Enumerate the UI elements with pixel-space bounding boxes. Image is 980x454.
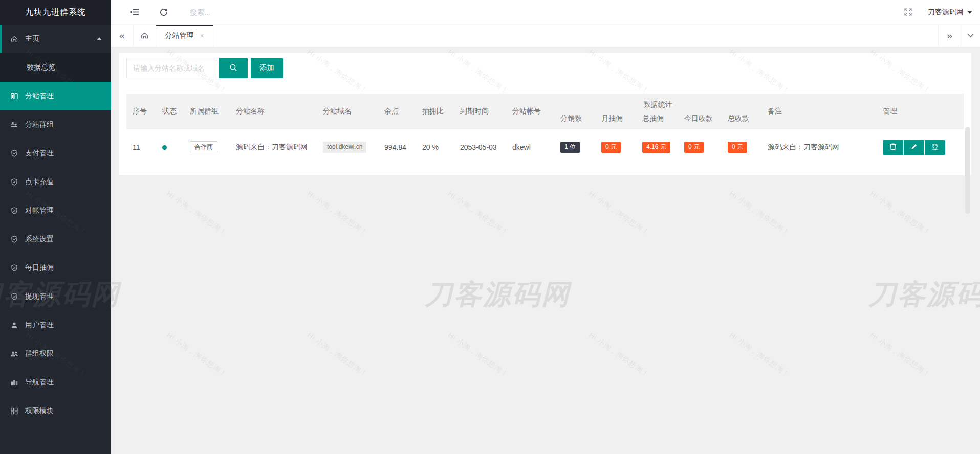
tabs-scroll-right-button[interactable]: » — [938, 25, 961, 47]
menu-fold-icon[interactable] — [128, 7, 140, 18]
sidebar-item-label: 用户管理 — [25, 321, 54, 330]
column-status: 状态 — [156, 94, 184, 129]
sidebar-item-daily-commission[interactable]: 每日抽佣 — [0, 254, 111, 282]
caret-down-icon — [967, 11, 972, 16]
cell-month-commission: 0 元 — [595, 142, 636, 153]
tab-site-management[interactable]: 分站管理 × — [156, 25, 213, 47]
stats-subheaders: 分销数 月抽佣 总抽佣 今日收款 总收款 — [554, 114, 761, 123]
search-icon — [229, 63, 238, 74]
shield-check-icon — [10, 149, 18, 157]
cell-total-income: 0 元 — [722, 142, 761, 153]
cell-expire: 2053-05-03 — [454, 143, 506, 151]
sidebar-item-site-management[interactable]: 分站管理 — [0, 82, 111, 110]
column-seq: 序号 — [126, 94, 156, 129]
user-menu[interactable]: 刀客源码网 — [928, 8, 972, 17]
pencil-icon — [911, 143, 918, 151]
sliders-icon — [10, 121, 18, 129]
search-button[interactable] — [219, 58, 248, 78]
column-group-stats: 数据统计 分销数 月抽佣 总抽佣 今日收款 总收款 — [554, 94, 761, 129]
column-today-income: 今日收款 — [678, 114, 722, 123]
tab-dropdown-button[interactable] — [961, 25, 980, 47]
site-management-card: 添加 序号 状态 所属群组 分站名称 分站域名 余点 抽拥比 到期时间 分站帐号… — [119, 53, 971, 175]
cell-manage: 登 — [877, 140, 964, 155]
shield-check-icon — [10, 292, 18, 301]
sidebar-item-label: 数据总览 — [27, 63, 55, 72]
column-remark: 备注 — [761, 94, 877, 129]
site-filter-input[interactable] — [126, 58, 216, 78]
group-badge: 合作商 — [190, 141, 217, 153]
add-button[interactable]: 添加 — [251, 58, 283, 78]
shield-check-icon — [10, 235, 18, 243]
sidebar-item-user-management[interactable]: 用户管理 — [0, 311, 111, 339]
edit-button[interactable] — [904, 140, 924, 155]
sidebar-item-label: 系统设置 — [25, 235, 54, 244]
sidebar-item-label: 权限模块 — [25, 406, 54, 416]
sidebar-item-home[interactable]: 主页 — [0, 25, 111, 53]
tab-home[interactable] — [134, 25, 156, 47]
column-account: 分站帐号 — [506, 94, 554, 129]
column-site-name: 分站名称 — [230, 94, 317, 129]
sidebar-item-data-overview[interactable]: 数据总览 — [0, 53, 111, 82]
cell-account: dkewl — [506, 143, 554, 151]
fullscreen-icon[interactable] — [902, 7, 913, 18]
trash-icon — [889, 143, 897, 152]
row-action-buttons: 登 — [883, 140, 945, 155]
sidebar-item-reconciliation[interactable]: 对帐管理 — [0, 196, 111, 225]
sidebar-item-label: 支付管理 — [25, 149, 54, 158]
sidebar-item-navigation[interactable]: 导航管理 — [0, 368, 111, 397]
content-area: 添加 序号 状态 所属群组 分站名称 分站域名 余点 抽拥比 到期时间 分站帐号… — [111, 47, 980, 454]
sidebar-menu: 主页 数据总览 分站管理 分站群组 支付管理 — [0, 25, 111, 425]
sidebar-item-payment[interactable]: 支付管理 — [0, 139, 111, 168]
sidebar-item-label: 主页 — [25, 34, 39, 43]
tab-close-icon[interactable]: × — [200, 32, 204, 40]
sidebar-item-permission-modules[interactable]: 权限模块 — [0, 397, 111, 425]
column-expire: 到期时间 — [454, 94, 506, 129]
sidebar-item-label: 分站群组 — [25, 120, 54, 129]
app-title: 九块九进群系统 — [0, 0, 111, 25]
cell-resellers: 1 位 — [554, 142, 595, 153]
nav-icon — [10, 378, 18, 387]
sidebar-item-label: 群组权限 — [25, 349, 54, 358]
tabs-scroll-left-button[interactable]: « — [111, 25, 134, 47]
refresh-icon[interactable] — [158, 7, 169, 18]
sidebar-item-label: 点卡充值 — [25, 177, 54, 187]
sidebar-item-withdrawal[interactable]: 提现管理 — [0, 282, 111, 311]
cell-seq: 11 — [126, 143, 156, 151]
shield-check-icon — [10, 178, 18, 186]
login-button[interactable]: 登 — [925, 140, 945, 155]
user-icon — [10, 321, 18, 329]
column-total-income: 总收款 — [722, 114, 761, 123]
month-commission-badge: 0 元 — [601, 142, 621, 153]
column-domain: 分站域名 — [317, 94, 378, 129]
cell-group: 合作商 — [184, 141, 230, 153]
users-icon — [10, 350, 18, 358]
topbar-search-input[interactable] — [190, 8, 313, 16]
sidebar-item-label: 每日抽佣 — [25, 263, 54, 273]
sidebar-item-label: 对帐管理 — [25, 206, 54, 215]
sidebar-item-label: 导航管理 — [25, 378, 54, 387]
sidebar-item-group-permissions[interactable]: 群组权限 — [0, 339, 111, 368]
column-balance: 余点 — [378, 94, 416, 129]
sidebar-item-label: 提现管理 — [25, 292, 54, 301]
sidebar: 九块九进群系统 主页 数据总览 分站管理 分站群组 — [0, 0, 111, 454]
sidebar-item-label: 分站管理 — [25, 92, 54, 101]
shield-check-icon — [10, 207, 18, 215]
home-icon — [10, 35, 18, 43]
cell-total-commission: 4.16 元 — [636, 142, 678, 153]
tabbar-spacer — [213, 25, 938, 47]
cell-status — [156, 145, 184, 150]
scrollbar-thumb[interactable] — [965, 127, 970, 214]
caret-up-icon — [97, 35, 102, 40]
cell-today-income: 0 元 — [678, 142, 722, 153]
column-resellers: 分销数 — [554, 114, 595, 123]
topbar-right: 刀客源码网 — [902, 7, 972, 18]
sidebar-item-system-settings[interactable]: 系统设置 — [0, 225, 111, 254]
total-income-badge: 0 元 — [728, 142, 747, 153]
shield-check-icon — [10, 264, 18, 272]
domain-badge: tool.dkewl.cn — [323, 142, 366, 153]
sidebar-item-card-recharge[interactable]: 点卡充值 — [0, 168, 111, 196]
cell-balance: 994.84 — [378, 143, 416, 151]
delete-button[interactable] — [883, 140, 903, 155]
cell-remark: 源码来自：刀客源码网 — [761, 143, 877, 152]
sidebar-item-site-groups[interactable]: 分站群组 — [0, 110, 111, 139]
